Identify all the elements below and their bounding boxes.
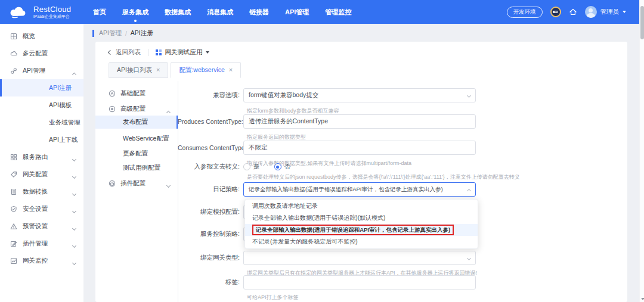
chevron-down-icon <box>72 243 76 247</box>
dropdown-option-record-audit[interactable]: 记录全部输入输出数据(适用于错误追踪和API审计，包含记录上游真实出入参) <box>245 224 478 236</box>
home-icon[interactable] <box>569 8 577 16</box>
consumes-input[interactable]: 不限定 <box>243 141 476 155</box>
form-row-log-strategy: 日记策略: 记录全部输入输出数据(适用于错误追踪和API审计，包含记录上游真实出… <box>178 182 476 197</box>
main-area: API管理 / API注册 返回列表 网关测试应用 API接口列表 × 配置:w… <box>83 24 639 302</box>
radio-checked-icon <box>274 163 281 170</box>
gateway-type-select[interactable] <box>243 251 476 265</box>
breadcrumb-current: API注册 <box>131 29 153 38</box>
nav-item-data-integration[interactable]: 数据集成 <box>165 8 191 17</box>
scrollbar-thumb[interactable] <box>640 6 644 39</box>
cloud-logo-icon <box>8 5 29 18</box>
field-label: 兼容选项: <box>178 91 243 99</box>
sidebar-item-overview[interactable]: 概览 <box>0 27 83 45</box>
chevron-down-icon <box>166 183 171 188</box>
config-menu-plugin[interactable]: 插件配置 <box>95 177 178 190</box>
user-name: 管理员 <box>600 8 620 16</box>
sidebar-item-data-transform[interactable]: 数据转换 <box>0 183 83 200</box>
sidebar-item-api-template[interactable]: API模板 <box>0 96 83 114</box>
compat-select[interactable]: form键值对兼容body提交 <box>243 88 476 102</box>
tags-input[interactable] <box>243 275 476 289</box>
config-menu-advanced[interactable]: 高级配置 <box>95 102 178 116</box>
field-label: 日记策略: <box>178 185 243 194</box>
form-row-tags: 标签: <box>178 275 476 289</box>
sidebar-item-plugin-management[interactable]: 插件管理 <box>0 235 83 252</box>
radio-icon <box>243 163 250 170</box>
log-strategy-select[interactable]: 记录全部输入输出数据(适用于错误追踪和API审计，包含记录上游真实出入参) <box>243 182 476 197</box>
unescape-yes-radio[interactable]: 是 <box>243 163 260 171</box>
nav-item-admin-monitor[interactable]: 管理监控 <box>325 8 351 17</box>
field-label: Produces ContentType: <box>178 118 243 125</box>
assistant-robot-icon[interactable] <box>550 7 561 17</box>
basic-config-icon <box>109 90 116 97</box>
warning-icon <box>10 223 17 230</box>
config-menu-webservice[interactable]: WebService配置 <box>95 132 178 145</box>
form-row-consumes: Consumes ContentType: 不限定 <box>178 141 476 155</box>
config-menu-testcase[interactable]: 测试用例配置 <box>95 161 178 175</box>
sidebar-item-alert-settings[interactable]: 预警设置 <box>0 217 83 235</box>
sidebar-item-api-online-offline[interactable]: API上下线 <box>0 131 83 148</box>
config-menu-more[interactable]: 更多配置 <box>95 147 178 160</box>
tab-config-webservice[interactable]: 配置:webservice × <box>171 62 241 78</box>
chevron-up-icon <box>72 72 76 76</box>
toolbar-divider <box>148 49 148 56</box>
link-icon <box>10 67 17 74</box>
sidebar-item-api-management[interactable]: API管理 <box>0 62 83 79</box>
form-row-produces: Produces ContentType: 透传注册服务的ContentType <box>178 114 476 129</box>
dropdown-option-no-record[interactable]: 不记录(并发量大的服务稳定后可不监控) <box>245 236 478 248</box>
env-button[interactable]: 开发环境 <box>507 7 543 18</box>
brand-logo[interactable]: RestCloud iPaaS企业集成平台 <box>0 5 89 19</box>
chevron-down-icon <box>72 226 76 230</box>
log-strategy-dropdown: 调用次数及请求地址记录 记录全部输入输出数据(适用于错误追踪)(默认模式) 记录… <box>244 199 478 249</box>
user-menu[interactable]: 管理员 <box>585 6 627 18</box>
tab-api-list[interactable]: API接口列表 × <box>109 62 168 78</box>
dropdown-option-record-default[interactable]: 记录全部输入输出数据(适用于错误追踪)(默认模式) <box>245 212 478 224</box>
sidebar-item-gateway-monitor[interactable]: 网关监控 <box>0 252 83 269</box>
nav-item-message-integration[interactable]: 消息集成 <box>207 8 233 17</box>
close-icon[interactable]: × <box>229 67 233 73</box>
brand-name: RestCloud <box>33 5 71 14</box>
nav-item-service-integration[interactable]: 服务集成 <box>122 8 148 17</box>
active-dot <box>134 20 137 22</box>
dropdown-option-call-count[interactable]: 调用次数及请求地址记录 <box>245 200 478 212</box>
chevron-down-icon <box>206 51 209 54</box>
produces-input[interactable]: 透传注册服务的ContentType <box>243 114 476 129</box>
field-label: 绑定模拟配置: <box>178 208 243 216</box>
breadcrumb-accent-bar <box>92 30 94 37</box>
chevron-down-icon <box>72 157 76 161</box>
close-icon[interactable]: × <box>156 67 160 73</box>
sidebar-item-security[interactable]: 安全设置 <box>0 200 83 217</box>
breadcrumb-parent[interactable]: API管理 <box>99 29 122 38</box>
sidebar-item-business-domain[interactable]: 业务域管理 <box>0 114 83 131</box>
unescape-no-radio[interactable]: 否 <box>274 163 291 171</box>
nav-item-api-management[interactable]: API管理 <box>285 8 309 17</box>
advanced-config-icon <box>109 105 116 113</box>
back-to-list-link[interactable]: 返回列表 <box>116 48 141 57</box>
page-scrollbar[interactable] <box>639 0 644 302</box>
chart-icon <box>10 257 17 264</box>
nav-item-connector[interactable]: 链接器 <box>249 8 269 17</box>
sidebar-item-multicloud[interactable]: 多云配置 <box>0 45 83 62</box>
sidebar-item-service-route[interactable]: 服务路由 <box>0 148 83 166</box>
document-icon <box>10 188 17 195</box>
field-label: 入参报文去转义: <box>178 163 243 171</box>
form-row-gateway-type: 绑定网关类型: <box>178 251 476 265</box>
field-label: Consumes ContentType: <box>178 144 243 151</box>
breadcrumb: API管理 / API注册 <box>92 29 153 38</box>
chevron-down-icon <box>623 11 626 13</box>
nav-item-home[interactable]: 首页 <box>93 8 106 17</box>
field-help: 是否要处理转义后的json requestbody传参，选择是会将{\'a\':… <box>247 173 520 181</box>
field-label: 标签: <box>178 278 243 287</box>
scrollbar-down-arrow-icon[interactable] <box>641 298 644 300</box>
avatar <box>585 6 597 18</box>
brand-subtitle: iPaaS企业集成平台 <box>33 14 71 19</box>
config-menu-publish[interactable]: 发布配置 <box>95 116 178 129</box>
sidebar-item-api-register[interactable]: API注册 <box>0 79 83 96</box>
annotation-highlight-box: 记录全部输入输出数据(适用于错误追踪和API审计，包含记录上游真实出入参) <box>252 225 454 235</box>
config-menu-basic[interactable]: 基础配置 <box>95 87 178 100</box>
app-screen: RestCloud iPaaS企业集成平台 首页 服务集成 数据集成 消息集成 … <box>0 0 644 302</box>
shield-icon <box>10 206 17 213</box>
tab-bar: API接口列表 × 配置:webservice × <box>109 62 241 78</box>
sidebar-item-gateway-config[interactable]: 网关配置 <box>0 166 83 183</box>
sidebar: 概览 多云配置 API管理 API注册 API模板 业务域管理 API上下线 服… <box>0 24 83 302</box>
app-selector[interactable]: 网关测试应用 <box>165 48 203 57</box>
